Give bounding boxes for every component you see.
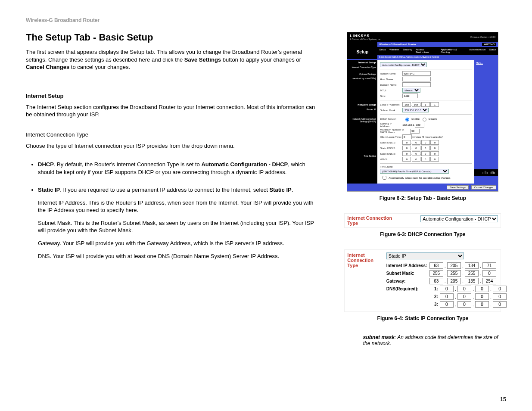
optional-label-2: (required by some ISPs) (347, 76, 377, 81)
tab-apps[interactable]: Applications & Gaming (439, 47, 467, 55)
internet-setup-paragraph: The Internet Setup section configures th… (26, 103, 318, 118)
router-name-input[interactable] (402, 71, 431, 76)
subnet-label: Subnet Mask: (380, 109, 402, 112)
d2-4[interactable] (493, 293, 507, 300)
d1-2[interactable] (457, 286, 471, 292)
figure-6-3: Internet Connection Type Automatic Confi… (344, 213, 501, 228)
d3-2[interactable] (457, 301, 471, 308)
dns-in[interactable] (412, 151, 420, 156)
intro-text-3: to cancel your changes. (69, 64, 130, 70)
tab-wireless[interactable]: Wireless (388, 47, 401, 55)
dns-in[interactable] (402, 151, 411, 156)
subnet-select[interactable]: 255.255.255.0 (402, 108, 429, 112)
dns-in[interactable] (421, 146, 430, 150)
lease-hint: minutes (0 means one day) (412, 136, 443, 138)
max-users-input[interactable] (410, 129, 420, 134)
dns-in[interactable] (430, 140, 439, 145)
dns-in[interactable] (430, 151, 439, 156)
nas-label: Network Address Server Settings (DHCP) (347, 117, 377, 124)
internet-setup-section: Internet Setup (347, 60, 377, 65)
svg-rect-1 (484, 171, 484, 174)
svg-rect-9 (494, 172, 495, 174)
dns-in[interactable] (430, 146, 439, 150)
tab-security[interactable]: Security (401, 47, 414, 55)
ict-select[interactable]: Automatic Configuration - DHCP (380, 62, 427, 67)
save-settings-term: Save Settings (184, 56, 221, 63)
lease-input[interactable] (402, 134, 412, 139)
ip-3[interactable] (465, 262, 479, 269)
glossary-term: subnet mask (363, 334, 395, 340)
d2-3[interactable] (475, 293, 489, 300)
gw-1[interactable] (429, 278, 443, 284)
d3-1[interactable] (440, 301, 454, 308)
dns-in[interactable] (412, 146, 420, 150)
svg-rect-6 (491, 171, 492, 174)
dns-in[interactable] (421, 151, 430, 156)
dns-in[interactable] (421, 140, 430, 145)
wins-in[interactable] (430, 157, 439, 162)
dns-in[interactable] (402, 140, 411, 145)
d2-1[interactable] (440, 293, 454, 300)
local-ip-2[interactable] (412, 102, 420, 107)
local-ip-1[interactable] (402, 102, 411, 107)
start-ip-prefix: 192.168.1. (402, 124, 414, 126)
wins-in[interactable] (412, 157, 420, 162)
sm-1[interactable] (429, 270, 443, 277)
d1-1[interactable] (440, 286, 454, 292)
dns1-num: 1: (429, 286, 438, 291)
disable-text: Disable (429, 118, 437, 120)
gw-4[interactable] (482, 278, 496, 284)
dhcp-disable-radio[interactable] (422, 118, 427, 121)
gw-2[interactable] (447, 278, 461, 284)
tab-setup[interactable]: Setup (377, 47, 388, 55)
ict-heading: Internet Connection Type (26, 131, 318, 138)
tab-access[interactable]: Access Restrictions (414, 47, 439, 55)
sm-3[interactable] (465, 270, 479, 277)
intro-text-2: button to apply your changes or (221, 56, 301, 63)
wins-in[interactable] (402, 157, 411, 162)
static-text-1: . If you are required to use a permanent… (60, 187, 269, 193)
d3-3[interactable] (475, 301, 489, 308)
start-ip-input[interactable] (415, 123, 424, 128)
tab-status[interactable]: Status (487, 47, 498, 55)
d1-4[interactable] (493, 286, 507, 292)
dhcp-enable-radio[interactable] (404, 118, 410, 121)
time-setting-label: Time Setting (347, 154, 377, 158)
dns-in[interactable] (402, 146, 411, 150)
sm-4[interactable] (482, 270, 496, 277)
connection-type-list: DHCP. By default, the Router's Internet … (26, 161, 318, 260)
size-input[interactable] (402, 93, 418, 98)
mtu-label: MTU: (380, 89, 402, 92)
ip-2[interactable] (447, 262, 461, 269)
d1-3[interactable] (475, 286, 489, 292)
sub-tabs[interactable]: Basic Setup | DDNS | MAC Address Clone |… (377, 55, 498, 59)
ict-static-select[interactable]: Static IP (386, 252, 464, 259)
dst-checkbox[interactable] (382, 176, 387, 180)
gw-3[interactable] (465, 278, 479, 284)
d2-2[interactable] (457, 293, 471, 300)
ip-1[interactable] (429, 262, 443, 269)
firmware-version: Firmware Version: v1.00.0 (470, 36, 495, 38)
dns-in[interactable] (412, 140, 420, 145)
host-name-input[interactable] (402, 77, 431, 81)
svg-rect-4 (487, 172, 488, 174)
wins-in[interactable] (421, 157, 430, 162)
dhcp-bullet: DHCP. By default, the Router's Internet … (38, 161, 318, 176)
tz-select[interactable]: (GMT-08:00) Pacific Time (USA & Canada) (380, 169, 449, 174)
tab-admin[interactable]: Administration (467, 47, 487, 55)
local-ip-4[interactable] (430, 102, 439, 107)
more-link[interactable]: More... (474, 60, 498, 66)
mtu-select[interactable]: Manual (402, 88, 420, 93)
domain-name-input[interactable] (402, 82, 431, 87)
ip-4[interactable] (482, 262, 496, 269)
sm-2[interactable] (447, 270, 461, 277)
d3-4[interactable] (493, 301, 507, 308)
local-ip-3[interactable] (421, 102, 430, 107)
nav-tabs[interactable]: Setup Wireless Security Access Restricti… (377, 47, 498, 55)
model-badge: WRT54G (482, 43, 496, 46)
linksys-subtitle: A Division of Cisco Systems, Inc. (350, 38, 381, 40)
cancel-changes-button[interactable]: Cancel Changes (471, 185, 496, 190)
ict-dhcp-select[interactable]: Automatic Configuration - DHCP (420, 215, 498, 222)
internet-setup-heading: Internet Setup (26, 93, 318, 99)
save-settings-button[interactable]: Save Settings (447, 185, 469, 190)
